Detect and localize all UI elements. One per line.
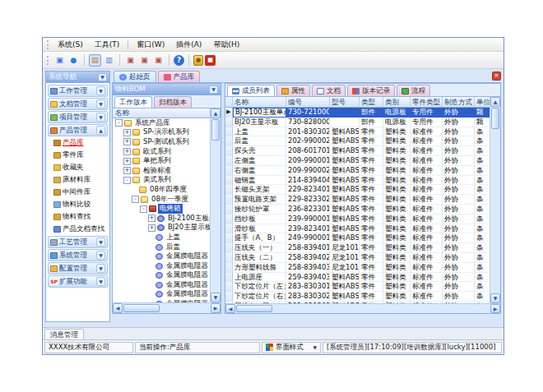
table-cell[interactable]: 条 xyxy=(475,263,490,273)
table-cell[interactable]: 214-839404-01X xyxy=(286,176,330,186)
table-cell[interactable]: 外协 xyxy=(443,118,475,127)
table-cell[interactable]: 塑料类 xyxy=(383,224,411,234)
table-cell[interactable]: 外协 xyxy=(443,224,475,234)
table-cell[interactable]: 零件 xyxy=(360,195,383,205)
table-cell[interactable]: 后盖 xyxy=(233,136,286,146)
tree-node[interactable]: +BJ-2100主板单点 xyxy=(113,214,210,224)
table-cell[interactable]: 标准件 xyxy=(411,233,443,243)
scroll-thumb[interactable] xyxy=(491,108,499,129)
group-expand-button[interactable]: ▼ xyxy=(96,277,105,286)
table-cell[interactable]: 202-990002-01X xyxy=(286,136,330,146)
table-cell[interactable]: 塑料ABS xyxy=(330,136,360,146)
tree-expander[interactable]: - xyxy=(140,205,147,213)
tab-archive-version[interactable]: 归档版本 xyxy=(154,96,192,108)
table-cell[interactable]: 外协 xyxy=(443,263,475,273)
menu-item[interactable]: 窗口(W) xyxy=(131,38,170,51)
table-cell[interactable]: 部件 xyxy=(360,108,383,118)
tree-expander[interactable]: + xyxy=(123,138,131,145)
table-cell[interactable]: 接纱轮护罩 xyxy=(233,205,286,214)
tree-expander[interactable]: + xyxy=(123,129,131,136)
table-cell[interactable]: 条 xyxy=(475,205,490,214)
table-cell[interactable]: 236-823301-00X xyxy=(286,205,330,214)
table-cell[interactable]: 磁钢盖 xyxy=(233,176,286,186)
table-cell[interactable]: 塑料类 xyxy=(383,176,411,186)
table-row[interactable]: 提手（A、B）249-990001-01X塑料ABS零件塑料类标准件外协条 xyxy=(225,233,490,243)
table-cell[interactable]: 左侧盖 xyxy=(233,156,286,166)
tree-expander[interactable]: + xyxy=(123,158,131,165)
table-cell[interactable]: 零件 xyxy=(360,176,383,186)
table-cell[interactable]: 塑料ABS xyxy=(330,195,360,205)
tree-node[interactable]: +SP-测试机系列 xyxy=(113,137,210,147)
group-expand-button[interactable]: ▼ xyxy=(96,264,105,273)
table-cell[interactable]: 标准件 xyxy=(411,292,443,302)
table-cell[interactable]: 塑料类 xyxy=(383,195,411,205)
sidebar-item[interactable]: 物料比较 xyxy=(46,198,109,210)
table-cell[interactable]: 条 xyxy=(475,136,490,146)
table-cell[interactable]: BJ-2100主板单点 xyxy=(233,108,286,118)
table-cell[interactable]: 压线夹（二） xyxy=(233,253,286,263)
table-cell[interactable]: 条 xyxy=(475,195,490,205)
sidebar-group-work[interactable]: 工作管理▼ xyxy=(48,85,108,97)
table-cell[interactable]: 尼龙1010 xyxy=(330,263,360,273)
table-cell[interactable]: BJ20主显示板 xyxy=(233,118,286,127)
table-cell[interactable]: 塑料ABS xyxy=(330,166,360,176)
tree-node[interactable]: 金属膜电阻器 xyxy=(113,280,210,290)
table-cell[interactable]: 塑料ABS xyxy=(330,214,360,224)
column-header[interactable]: 类型 xyxy=(360,97,383,108)
table-cell[interactable]: 塑料类 xyxy=(383,263,411,273)
sidebar-item[interactable]: 物料查找 xyxy=(46,210,109,223)
table-cell[interactable]: 塑料ABS xyxy=(330,282,360,292)
tree-node[interactable]: +SP-演示机系列 xyxy=(113,128,210,138)
tree-node[interactable]: -08年一季度 xyxy=(113,195,210,205)
grid-vertical-scrollbar[interactable]: ▲ ▼ xyxy=(490,97,500,303)
table-cell[interactable]: 258-839401-00X xyxy=(286,243,330,253)
tree-expander[interactable]: + xyxy=(148,224,155,232)
table-cell[interactable]: 塑料类 xyxy=(383,166,411,176)
scroll-track[interactable] xyxy=(273,304,490,313)
table-cell[interactable]: 外协 xyxy=(443,195,475,205)
table-row[interactable]: 后盖202-990002-01X塑料ABS零件塑料类标准件外协条 xyxy=(225,136,490,146)
scroll-up-icon[interactable]: ▲ xyxy=(211,108,220,118)
scroll-track[interactable] xyxy=(211,141,220,293)
table-row[interactable]: 压线夹（一）258-839401-00X尼龙1010零件塑料类标准件外协条 xyxy=(225,243,490,253)
tab-work-version[interactable]: 工作版本 xyxy=(114,96,152,108)
panel-toggle-icon[interactable]: ▤ xyxy=(89,54,101,67)
table-cell[interactable]: 条 xyxy=(475,214,490,224)
scroll-track[interactable] xyxy=(490,130,500,293)
tree-node[interactable]: 金属膜电阻器 xyxy=(113,261,210,271)
column-header[interactable]: 零件类型 xyxy=(411,97,443,108)
column-header[interactable]: 类别 xyxy=(383,97,411,108)
table-cell[interactable]: 塑料类 xyxy=(383,282,411,292)
sidebar-item[interactable]: 原材料库 xyxy=(46,173,109,186)
table-cell[interactable]: 长磁头支架 xyxy=(233,185,286,195)
table-row[interactable]: 压线夹（二）258-839402-00X尼龙1010零件塑料类标准件外协条 xyxy=(225,253,490,263)
table-cell[interactable]: 条 xyxy=(475,292,490,302)
table-row[interactable]: BJ20主显示板730-828000-04X部件电源板专用件外协颗 xyxy=(225,118,490,127)
tab-start-page[interactable]: 起始页 xyxy=(114,71,156,82)
table-cell[interactable]: 塑料ABS xyxy=(330,292,360,302)
table-cell[interactable]: 标准件 xyxy=(411,127,443,137)
table-cell[interactable]: 外协 xyxy=(443,273,475,283)
table-cell[interactable]: 提手（A、B） xyxy=(233,233,286,243)
sidebar-item[interactable]: 产品库 xyxy=(46,136,109,149)
table-cell[interactable]: 标准件 xyxy=(411,146,443,156)
table-cell[interactable]: 条 xyxy=(475,243,490,253)
table-row[interactable]: 下纱定位片（左）283-830301-00X塑料ABS零件塑料类标准件外协条 xyxy=(225,282,490,292)
table-row[interactable]: 接纱轮护罩236-823301-00X塑料ABS零件塑料类标准件外协条 xyxy=(225,205,490,214)
table-cell[interactable]: 专用件 xyxy=(411,118,443,127)
table-cell[interactable]: 尼龙1010 xyxy=(330,243,360,253)
table-cell[interactable]: 外协 xyxy=(443,136,475,146)
tree-node[interactable]: +单把系列 xyxy=(113,156,210,166)
table-cell[interactable]: 零件 xyxy=(360,166,383,176)
table-cell[interactable]: 塑料类 xyxy=(383,156,411,166)
sidebar-item[interactable]: 产品文档查找 xyxy=(46,223,109,235)
table-cell[interactable]: 零件 xyxy=(360,146,383,156)
table-cell[interactable]: 零件 xyxy=(360,205,383,214)
tree-node[interactable]: 金属膜电阻器 xyxy=(113,251,210,261)
grid-horizontal-scrollbar[interactable]: ◀ ▶ xyxy=(225,303,500,313)
tree-vertical-scrollbar[interactable]: ▲ ▼ xyxy=(210,108,220,302)
table-cell[interactable]: 塑料类 xyxy=(383,146,411,156)
table-cell[interactable]: 塑料ABS xyxy=(330,233,360,243)
table-cell[interactable]: 外协 xyxy=(443,156,475,166)
table-cell[interactable]: 颗 xyxy=(475,108,490,118)
